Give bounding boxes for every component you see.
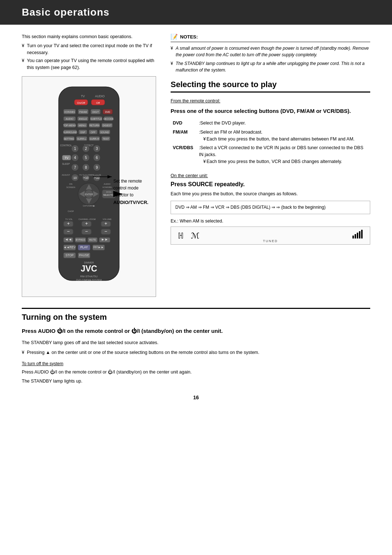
svg-text:SELECTOR: SELECTOR xyxy=(103,194,114,196)
svg-text:◄◄: ◄◄ xyxy=(65,237,72,241)
am-char-h: ℍ xyxy=(178,231,184,240)
page-title: Basic operations xyxy=(22,7,370,18)
svg-text:VCR/DBS: VCR/DBS xyxy=(102,186,112,188)
svg-text:CONTROL: CONTROL xyxy=(60,144,72,146)
svg-text:TV: TV xyxy=(65,156,69,159)
source-row-fmam: FM/AM :Select an FM or AM broadcast. Eac… xyxy=(171,128,369,143)
selecting-title: Selecting the source to play xyxy=(171,80,370,93)
svg-text:On/Off: On/Off xyxy=(77,101,85,105)
turning-on-section: Turning on the system Press AUDIO ⏻/I on… xyxy=(22,308,370,383)
main-content: This section mainly explains common basi… xyxy=(0,33,392,400)
level-bar-5 xyxy=(361,230,363,238)
right-column: 📝 NOTES: A small amount of power is cons… xyxy=(171,33,370,245)
standby-lamp-text: The STANDBY lamp lights up. xyxy=(22,379,370,384)
svg-text:7: 7 xyxy=(74,166,76,170)
svg-text:−: − xyxy=(105,229,107,234)
page-number-value: 16 xyxy=(193,395,199,400)
svg-text:STOP: STOP xyxy=(65,253,74,257)
level-indicator xyxy=(352,230,363,238)
level-bar-4 xyxy=(359,231,360,238)
svg-text:PLAY: PLAY xyxy=(80,245,88,249)
dvd-sequence-text: DVD ⇒ AM ⇒ FM ⇒ VCR ⇒ DBS (DBS DIGITAL) … xyxy=(175,205,326,210)
source-sub-fmam: Each time you press the button, the band… xyxy=(199,136,355,142)
press-audio-off: Press AUDIO ⏻/I on the remote control or… xyxy=(22,368,370,376)
svg-text:SURR-R: SURR-R xyxy=(90,138,99,140)
tuned-label: TUNED xyxy=(263,239,278,243)
svg-text:PAUSE: PAUSE xyxy=(79,253,89,257)
notes-icon: 📝 xyxy=(171,33,178,40)
svg-text:+: + xyxy=(105,221,107,226)
svg-text:JVC: JVC xyxy=(81,264,97,273)
notes-header: 📝 NOTES: xyxy=(171,33,370,42)
from-remote-label: From the remote control: xyxy=(171,98,370,103)
svg-text:−: − xyxy=(85,229,88,234)
svg-text:4: 4 xyxy=(74,156,76,160)
svg-text:FM/AM: FM/AM xyxy=(79,111,87,113)
turning-on-title: Turning on the system xyxy=(22,313,370,322)
svg-text:TEST: TEST xyxy=(103,138,109,140)
svg-text:DIGIT: DIGIT xyxy=(92,111,99,113)
source-name-fmam: FM/AM xyxy=(171,128,197,143)
callout-line2: control mode xyxy=(113,186,138,191)
left-column: This section mainly explains common basi… xyxy=(22,33,156,297)
svg-text:DSP: DSP xyxy=(80,131,85,134)
svg-text:8: 8 xyxy=(85,166,87,170)
intro-bullet-1: Turn on your TV and select the correct i… xyxy=(22,42,156,56)
source-row-dvd: DVD :Select the DVD player. xyxy=(171,119,369,127)
source-sub-vcrdbs: Each time you press the button, VCR and … xyxy=(199,159,342,164)
svg-text:►►: ►► xyxy=(101,237,108,241)
svg-text:10: 10 xyxy=(73,176,77,180)
callout-line3: selector to xyxy=(113,193,133,198)
svg-text:◄◄REV: ◄◄REV xyxy=(64,245,76,249)
svg-text:ADJUST: ADJUST xyxy=(62,174,70,176)
svg-text:ANGLE: ANGLE xyxy=(79,118,87,120)
svg-text:AUDIO: AUDIO xyxy=(66,118,73,120)
svg-text:BYPASS: BYPASS xyxy=(76,238,86,241)
svg-text:ENTER: ENTER xyxy=(85,193,93,196)
svg-text:MENU: MENU xyxy=(79,124,86,127)
notes-item-1: A small amount of power is consumed even… xyxy=(171,45,370,58)
turning-on-bullets: Pressing ▲ on the center unit or one of … xyxy=(22,349,370,356)
svg-text:DVD CINEMA SYSTEM: DVD CINEMA SYSTEM xyxy=(76,279,102,281)
level-bar-2 xyxy=(355,234,356,238)
svg-text:3: 3 xyxy=(96,147,98,151)
svg-text:+: + xyxy=(67,221,70,226)
notes-item-2: The STANDBY lamp continues to light up f… xyxy=(171,60,370,73)
svg-text:CHANNEL-ZOOM: CHANNEL-ZOOM xyxy=(78,218,95,220)
svg-text:FF/►►: FF/►► xyxy=(93,245,104,249)
svg-text:SOUND: SOUND xyxy=(100,131,109,134)
svg-text:1: 1 xyxy=(74,147,76,151)
svg-text:VOLUME: VOLUME xyxy=(103,218,112,220)
dvd-sequence-box: DVD ⇒ AM ⇒ FM ⇒ VCR ⇒ DBS (DBS DIGITAL) … xyxy=(171,201,370,214)
svg-text:+10: +10 xyxy=(83,176,89,180)
intro-bullets: Turn on your TV and select the correct i… xyxy=(22,42,156,71)
svg-text:SURROUND: SURROUND xyxy=(63,131,77,134)
notes-list: A small amount of power is consumed even… xyxy=(171,45,370,73)
press-source-desc: Each time you press the button, the sour… xyxy=(171,191,370,197)
press-source-buttons-title: Press one of the source selecting button… xyxy=(171,107,370,115)
am-display: ℍ ℳ TUNED xyxy=(171,227,370,245)
notes-header-label: NOTES: xyxy=(180,34,198,40)
am-display-inner: ℍ ℳ xyxy=(178,231,200,240)
source-table: DVD :Select the DVD player. FM/AM :Selec… xyxy=(171,118,370,167)
svg-text:AUDIO: AUDIO xyxy=(104,183,111,185)
intro-text: This section mainly explains common basi… xyxy=(22,33,156,71)
press-source-title: Press SOURCE repeatedly. xyxy=(171,181,370,188)
svg-text:SETTING: SETTING xyxy=(64,138,74,140)
source-desc-dvd: :Select the DVD player. xyxy=(197,119,369,127)
intro-description: This section mainly explains common basi… xyxy=(22,33,156,40)
center-unit-label: On the center unit: xyxy=(171,173,370,178)
svg-text:OFF: OFF xyxy=(91,131,95,134)
svg-text:CHOP: CHOP xyxy=(68,210,74,212)
page-container: Basic operations This section mainly exp… xyxy=(0,0,392,555)
turn-off-label: To turn off the system xyxy=(22,361,370,366)
svg-text:+: + xyxy=(85,221,88,226)
svg-text:RM-STHA75U: RM-STHA75U xyxy=(80,275,98,278)
svg-text:−: − xyxy=(67,229,70,234)
intro-bullet-2: You can operate your TV using the remote… xyxy=(22,57,156,71)
svg-text:SLEEP: SLEEP xyxy=(62,163,70,165)
svg-text:TV: TV xyxy=(81,94,85,98)
am-char-m: ℳ xyxy=(191,231,200,240)
callout-line1: Set the remote xyxy=(113,179,142,184)
page-number: 16 xyxy=(22,395,370,400)
